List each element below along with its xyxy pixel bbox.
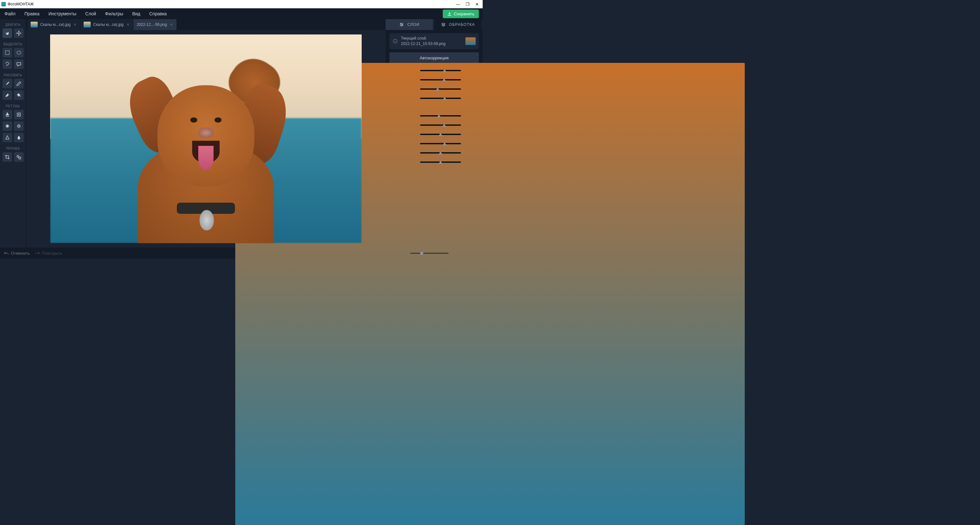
minimize-button[interactable]: —	[456, 2, 460, 7]
document-tabs: Скалы ю...си).jpg × Скалы ю...си).jpg × …	[26, 19, 386, 30]
zoom-slider[interactable]	[410, 253, 449, 254]
layer-info-label: Текущий слой:	[401, 36, 462, 41]
tool-hand[interactable]	[3, 29, 12, 38]
tool-patch[interactable]	[14, 110, 24, 119]
tool-magic-wand[interactable]	[14, 59, 24, 69]
undo-label: Отменить	[11, 251, 30, 256]
svg-point-7	[400, 23, 401, 24]
tool-pencil[interactable]	[14, 79, 24, 88]
tab-close-icon[interactable]: ×	[126, 22, 130, 27]
left-toolbar: ДВИГАТЬ ВЫДЕЛИТЬ РИСОВАТЬ РЕТУШЬ	[0, 19, 26, 248]
menu-edit[interactable]: Правка	[24, 10, 40, 18]
layer-thumbnail	[465, 37, 476, 45]
svg-point-4	[18, 125, 20, 127]
tab-0[interactable]: Скалы ю...си).jpg ×	[27, 19, 80, 30]
app-icon	[1, 2, 6, 6]
tool-blur[interactable]	[14, 133, 24, 142]
panel-tab-processing[interactable]: ОБРАБОТКА	[434, 19, 481, 30]
menubar: Файл Правка Инструменты Слой Фильтры Вид…	[0, 8, 483, 19]
undo-button[interactable]: Отменить	[4, 251, 30, 256]
menu-tools[interactable]: Инструменты	[48, 10, 77, 18]
tool-sharpen[interactable]	[3, 133, 12, 142]
tab-close-icon[interactable]: ×	[170, 22, 173, 27]
slider-track[interactable]	[420, 70, 461, 71]
tool-shapes[interactable]	[14, 152, 24, 162]
slider-track[interactable]	[420, 88, 461, 90]
slider-track[interactable]	[420, 124, 461, 126]
slider-track[interactable]	[420, 134, 461, 135]
menu-view[interactable]: Вид	[132, 10, 141, 18]
menu-layer[interactable]: Слой	[84, 10, 97, 18]
section-draw: РИСОВАТЬ	[4, 73, 22, 77]
canvas[interactable]	[26, 30, 386, 248]
slider-track[interactable]	[420, 161, 461, 163]
section-other: ПРОЧЕЕ	[6, 147, 20, 150]
titlebar: ФотоМОНТАЖ — ❐ ✕	[0, 0, 483, 8]
layers-icon	[441, 22, 446, 27]
panel-tab-label: ОБРАБОТКА	[449, 22, 475, 27]
menu-filters[interactable]: Фильтры	[104, 10, 124, 18]
app-title: ФотоМОНТАЖ	[8, 2, 456, 6]
redo-icon	[35, 251, 40, 256]
info-icon	[393, 39, 398, 44]
svg-rect-0	[5, 51, 9, 54]
tab-label: Скалы ю...си).jpg	[40, 22, 70, 27]
svg-point-9	[401, 25, 402, 26]
tool-move[interactable]	[14, 29, 24, 38]
tool-dodge[interactable]	[3, 121, 12, 131]
slider-track[interactable]	[420, 79, 461, 80]
canvas-image	[50, 35, 362, 243]
tool-rect-select[interactable]	[3, 48, 12, 57]
close-button[interactable]: ✕	[475, 2, 479, 7]
layer-info-filename: 2022-12-21_15-53-59.png	[401, 41, 462, 46]
panel-tab-layers[interactable]: СЛОИ	[386, 19, 433, 30]
menu-help[interactable]: Справка	[148, 10, 167, 18]
panel-tab-label: СЛОИ	[407, 22, 420, 27]
tab-2[interactable]: 2022-12...-59.png ×	[134, 19, 177, 30]
redo-label: Повторить	[42, 251, 62, 256]
svg-point-8	[402, 24, 403, 25]
svg-point-5	[17, 156, 19, 158]
maximize-button[interactable]: ❐	[466, 2, 469, 7]
current-layer-info: Текущий слой: 2022-12-21_15-53-59.png	[390, 33, 479, 49]
tab-label: 2022-12...-59.png	[137, 22, 167, 27]
slider-track[interactable]	[420, 152, 461, 154]
tool-eraser[interactable]	[3, 90, 12, 100]
tool-ellipse-select[interactable]	[14, 48, 24, 57]
tab-label: Скалы ю...си).jpg	[93, 22, 124, 27]
section-retouch: РЕТУШЬ	[6, 104, 20, 108]
redo-button[interactable]: Повторить	[35, 251, 62, 256]
tab-1[interactable]: Скалы ю...си).jpg ×	[80, 19, 134, 30]
download-icon	[447, 11, 452, 16]
menu-file[interactable]: Файл	[4, 10, 16, 18]
slider-track[interactable]	[420, 143, 461, 144]
tab-close-icon[interactable]: ×	[73, 22, 77, 27]
auto-correction-button[interactable]: Автокоррекция	[390, 52, 479, 64]
svg-point-1	[17, 51, 21, 54]
section-select: ВЫДЕЛИТЬ	[3, 43, 22, 46]
slider-track[interactable]	[420, 115, 461, 116]
tool-brush[interactable]	[3, 79, 12, 88]
svg-rect-6	[19, 157, 21, 159]
sliders-icon	[399, 22, 404, 27]
tab-thumb-icon	[84, 22, 91, 27]
svg-point-3	[6, 125, 8, 127]
tab-thumb-icon	[31, 22, 38, 27]
tool-stamp[interactable]	[3, 110, 12, 119]
slider-track[interactable]	[420, 98, 461, 99]
undo-icon	[4, 251, 9, 256]
tool-fill[interactable]	[14, 90, 24, 100]
tool-lasso[interactable]	[3, 59, 12, 69]
section-move: ДВИГАТЬ	[5, 23, 21, 27]
tool-burn[interactable]	[14, 121, 24, 131]
save-button-label: Сохранить	[453, 11, 474, 16]
tool-crop[interactable]	[3, 152, 12, 162]
save-button[interactable]: Сохранить	[443, 10, 479, 18]
